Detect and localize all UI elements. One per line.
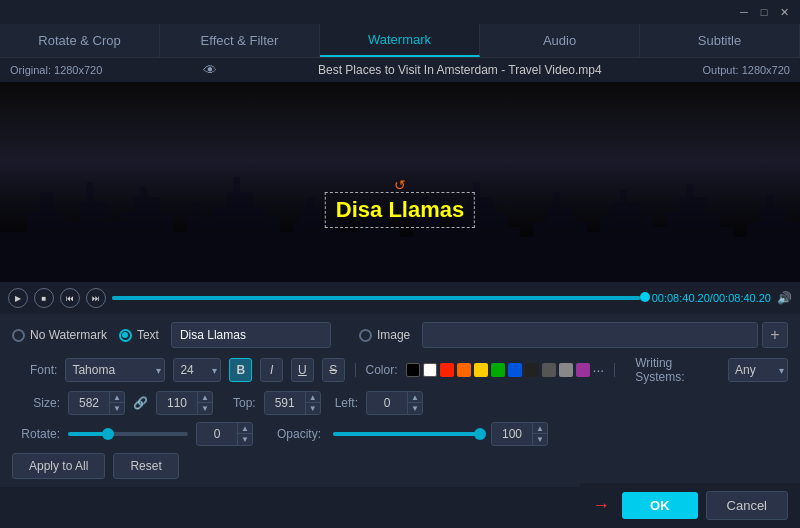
color-gray[interactable] <box>542 363 556 377</box>
color-darkgray[interactable] <box>525 363 539 377</box>
left-label: Left: <box>335 396 358 410</box>
title-bar: ─ □ ✕ <box>0 0 800 24</box>
ok-button[interactable]: OK <box>622 492 698 519</box>
width-up[interactable]: ▲ <box>110 392 124 403</box>
height-spinbox[interactable]: ▲ ▼ <box>156 391 213 415</box>
image-radio-label: Image <box>377 328 410 342</box>
minimize-button[interactable]: ─ <box>736 4 752 20</box>
top-spinbox[interactable]: ▲ ▼ <box>264 391 321 415</box>
color-purple[interactable] <box>576 363 590 377</box>
text-radio-btn[interactable] <box>119 329 132 342</box>
link-icon[interactable]: 🔗 <box>133 396 148 410</box>
no-watermark-radio[interactable]: No Watermark <box>12 328 107 342</box>
footer-bar: → OK Cancel <box>580 483 800 528</box>
close-button[interactable]: ✕ <box>776 4 792 20</box>
timeline-slider[interactable] <box>112 296 646 300</box>
height-down[interactable]: ▼ <box>198 403 212 414</box>
color-lightgray[interactable] <box>559 363 573 377</box>
left-spinbox[interactable]: ▲ ▼ <box>366 391 423 415</box>
image-path-field[interactable] <box>422 322 758 348</box>
eye-icon[interactable]: 👁 <box>203 62 217 78</box>
rotate-slider-thumb[interactable] <box>102 428 114 440</box>
color-yellow[interactable] <box>474 363 488 377</box>
reset-button[interactable]: Reset <box>113 453 178 479</box>
opacity-spinbox[interactable]: ▲ ▼ <box>491 422 548 446</box>
color-orange[interactable] <box>457 363 471 377</box>
top-input[interactable] <box>265 396 305 410</box>
left-input[interactable] <box>367 396 407 410</box>
rotate-input[interactable] <box>197 427 237 441</box>
width-spinbox[interactable]: ▲ ▼ <box>68 391 125 415</box>
height-input[interactable] <box>157 396 197 410</box>
watermark-text-input[interactable] <box>171 322 331 348</box>
top-down[interactable]: ▼ <box>306 403 320 414</box>
tab-rotate[interactable]: Rotate & Crop <box>0 24 160 57</box>
play-button[interactable]: ▶ <box>8 288 28 308</box>
stop-button[interactable]: ■ <box>34 288 54 308</box>
more-colors-button[interactable]: ··· <box>593 362 605 378</box>
cancel-button[interactable]: Cancel <box>706 491 788 520</box>
opacity-up[interactable]: ▲ <box>533 423 547 434</box>
rotate-up[interactable]: ▲ <box>238 423 252 434</box>
color-black[interactable] <box>406 363 420 377</box>
maximize-button[interactable]: □ <box>756 4 772 20</box>
rotate-arrows: ▲ ▼ <box>237 423 252 445</box>
writing-systems-select[interactable]: Any <box>728 358 788 382</box>
tab-watermark[interactable]: Watermark <box>320 24 480 57</box>
top-arrows: ▲ ▼ <box>305 392 320 414</box>
left-down[interactable]: ▼ <box>408 403 422 414</box>
width-input[interactable] <box>69 396 109 410</box>
bottom-left-buttons: Apply to All Reset <box>12 453 179 479</box>
rotate-handle[interactable]: ↺ <box>394 177 406 193</box>
next-button[interactable]: ⏭ <box>86 288 106 308</box>
tab-subtitle[interactable]: Subtitle <box>640 24 800 57</box>
size-row: Size: ▲ ▼ 🔗 ▲ ▼ Top: ▲ ▼ Left: <box>12 391 788 415</box>
image-radio-btn[interactable] <box>359 329 372 342</box>
time-display: 00:08:40.20/00:08:40.20 <box>652 292 771 304</box>
opacity-slider[interactable] <box>333 432 483 436</box>
opacity-arrows: ▲ ▼ <box>532 423 547 445</box>
original-resolution: Original: 1280x720 <box>10 64 102 76</box>
tab-audio[interactable]: Audio <box>480 24 640 57</box>
opacity-down[interactable]: ▼ <box>533 434 547 445</box>
font-family-select[interactable]: Tahoma <box>65 358 165 382</box>
color-red[interactable] <box>440 363 454 377</box>
top-up[interactable]: ▲ <box>306 392 320 403</box>
rotate-spinbox[interactable]: ▲ ▼ <box>196 422 253 446</box>
opacity-slider-fill <box>333 432 480 436</box>
bold-button[interactable]: B <box>229 358 252 382</box>
color-blue[interactable] <box>508 363 522 377</box>
volume-icon[interactable]: 🔊 <box>777 291 792 305</box>
timeline-thumb[interactable] <box>640 292 650 302</box>
rotate-down[interactable]: ▼ <box>238 434 252 445</box>
add-image-button[interactable]: + <box>762 322 788 348</box>
image-radio[interactable]: Image <box>359 328 410 342</box>
left-up[interactable]: ▲ <box>408 392 422 403</box>
apply-all-button[interactable]: Apply to All <box>12 453 105 479</box>
width-arrows: ▲ ▼ <box>109 392 124 414</box>
strikethrough-button[interactable]: S <box>322 358 345 382</box>
width-down[interactable]: ▼ <box>110 403 124 414</box>
font-family-wrapper: Tahoma <box>65 358 165 382</box>
bottom-row: Apply to All Reset <box>12 453 788 479</box>
rotate-slider[interactable] <box>68 432 188 436</box>
playback-bar: ▶ ■ ⏮ ⏭ 00:08:40.20/00:08:40.20 🔊 <box>0 282 800 314</box>
underline-button[interactable]: U <box>291 358 314 382</box>
controls-panel: No Watermark Text Image + Font: Tahoma 2… <box>0 314 800 487</box>
output-resolution: Output: 1280x720 <box>703 64 790 76</box>
font-size-select[interactable]: 24 <box>173 358 221 382</box>
image-group: + <box>422 322 788 348</box>
text-radio[interactable]: Text <box>119 328 159 342</box>
top-label: Top: <box>233 396 256 410</box>
opacity-slider-thumb[interactable] <box>474 428 486 440</box>
watermark-overlay[interactable]: ↺ Disa Llamas <box>325 192 475 228</box>
color-green[interactable] <box>491 363 505 377</box>
prev-button[interactable]: ⏮ <box>60 288 80 308</box>
no-watermark-radio-btn[interactable] <box>12 329 25 342</box>
height-up[interactable]: ▲ <box>198 392 212 403</box>
color-white[interactable] <box>423 363 437 377</box>
video-filename: Best Places to Visit In Amsterdam - Trav… <box>318 63 602 77</box>
italic-button[interactable]: I <box>260 358 283 382</box>
tab-effect[interactable]: Effect & Filter <box>160 24 320 57</box>
opacity-input[interactable] <box>492 427 532 441</box>
